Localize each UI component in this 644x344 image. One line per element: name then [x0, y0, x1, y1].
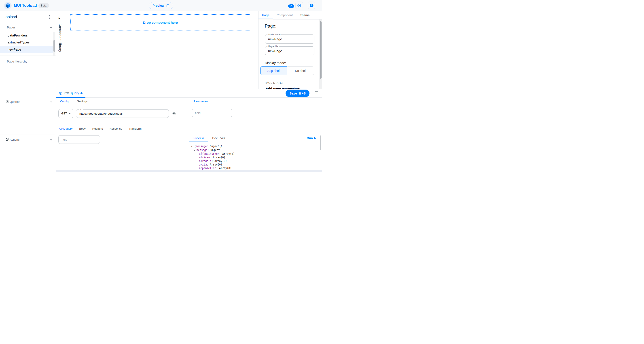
json-tree-row[interactable]: akita: Array(0) [189, 163, 319, 166]
toolpad-logo [4, 2, 12, 10]
add-action-button[interactable] [49, 137, 53, 142]
save-button-label: Save [289, 92, 297, 95]
add-link-icon[interactable] [172, 111, 176, 116]
json-response-tree: ▼{message: Object…} ▼message: Object aff… [189, 142, 319, 172]
page-title-label: Page title [268, 45, 279, 48]
results-tab[interactable]: Preview [189, 134, 208, 142]
pages-list: dataProviders extractedTypes newPage [0, 32, 53, 53]
sidebar-scrollbar[interactable] [53, 32, 56, 56]
node-name-field[interactable]: Node name newPage [265, 35, 314, 44]
parameters-field-input[interactable]: field [192, 109, 232, 117]
inspector-scrollbar[interactable] [319, 20, 322, 89]
json-tree-row[interactable]: ▼message: Object [189, 148, 319, 152]
node-name-value[interactable]: newPage [265, 35, 314, 44]
inspector-heading: Page: [265, 24, 276, 29]
preview-button-label: Preview [152, 4, 164, 8]
add-page-parameters-button[interactable]: Add page parameters [266, 87, 300, 89]
query-editor-panel: HTTP query Save ⌘+S ✕ Config Settings [56, 89, 322, 172]
project-row: toolpad [0, 11, 56, 23]
request-tab[interactable]: URL query [56, 125, 76, 132]
display-mode-label: Display mode: [265, 61, 286, 65]
expand-arrow-icon[interactable]: ▼ [191, 145, 194, 148]
sidebar-divider [0, 97, 56, 97]
theme-toggle-button[interactable] [296, 2, 303, 9]
no-shell-toggle[interactable]: No shell [287, 66, 314, 75]
run-button-label: Run [307, 136, 313, 140]
request-tab[interactable]: Transform [126, 125, 145, 132]
add-page-button[interactable] [49, 25, 53, 30]
json-tree-row[interactable]: airedale: Array(0) [189, 159, 319, 163]
inspector-divider [264, 80, 310, 80]
page-canvas: Drop component here [65, 11, 258, 89]
results-scrollbar-thumb[interactable] [320, 135, 321, 150]
query-results-section: Preview Dev Tools Run ▼{message: Object…… [189, 134, 322, 172]
component-library-label: Component library [58, 24, 62, 52]
query-config-column: Config Settings GET url https://dog.ceo/… [56, 98, 189, 172]
url-field-value[interactable]: https://dog.ceo/api/breeds/list/all [76, 109, 168, 118]
expand-arrow-icon[interactable]: ▼ [194, 148, 196, 152]
svg-text:?: ? [311, 4, 312, 7]
add-query-button[interactable] [49, 99, 53, 104]
inspector-panel: Page Component Theme Page: Node name new… [258, 11, 322, 89]
external-link-icon [166, 4, 170, 8]
node-name-label: Node name [268, 33, 281, 36]
app-shell-toggle[interactable]: App shell [260, 66, 287, 75]
url-field[interactable]: url https://dog.ceo/api/breeds/list/all [76, 109, 169, 118]
close-query-editor-icon[interactable]: ✕ [314, 91, 318, 95]
toolpad-logo-icon [6, 3, 10, 8]
results-tabs-row: Preview Dev Tools Run [189, 134, 322, 142]
dropzone-hint: Drop component here [143, 21, 178, 25]
app-header: MUI Toolpad Beta Preview [0, 0, 322, 11]
preview-button[interactable]: Preview [149, 2, 173, 9]
component-dropzone[interactable]: Drop component here [70, 14, 250, 31]
page-state-label: PAGE STATE: [265, 81, 283, 84]
config-tab[interactable]: Settings [73, 98, 92, 105]
dropdown-caret-icon [69, 113, 71, 114]
project-menu-kebab-icon[interactable] [47, 15, 52, 20]
help-button[interactable]: ? [308, 2, 315, 9]
queries-icon [6, 100, 9, 103]
save-button[interactable]: Save ⌘+S [286, 90, 310, 97]
inspector-tab[interactable]: Theme [296, 11, 313, 19]
horizontal-scrollbar-track[interactable] [56, 170, 322, 172]
help-icon: ? [310, 3, 314, 8]
url-query-field-input[interactable]: field [58, 135, 100, 144]
json-tree-row[interactable]: african: Array(0) [189, 156, 319, 159]
pages-section-header: Pages [0, 23, 56, 32]
actions-icon [6, 138, 9, 141]
json-tree-row[interactable]: appenzeller: Array(0) [189, 166, 319, 170]
explorer-sidebar: toolpad Pages dataProviders extractedTyp… [0, 11, 56, 172]
inspector-scrollbar-thumb[interactable] [320, 21, 322, 79]
inspector-tab[interactable]: Page [258, 11, 273, 19]
request-tab[interactable]: Headers [89, 125, 106, 132]
config-tab[interactable]: Config [56, 98, 73, 105]
request-tab[interactable]: Response [106, 125, 126, 132]
expand-panel-arrow-icon[interactable]: ▶ [58, 17, 60, 19]
results-tab[interactable]: Dev Tools [208, 134, 229, 142]
request-tab[interactable]: Body [76, 125, 89, 132]
parameters-tab[interactable]: Parameters [189, 98, 213, 105]
http-method-select[interactable]: GET [58, 109, 73, 118]
pages-section-label: Pages [7, 23, 16, 32]
config-settings-tabs: Config Settings [56, 98, 189, 105]
page-title-value[interactable]: newPage [265, 47, 314, 55]
json-root-row[interactable]: ▼{message: Object…} [189, 144, 319, 148]
url-field-label: url [79, 108, 83, 111]
query-tab[interactable]: HTTP query [56, 89, 86, 97]
component-library-panel-collapsed[interactable]: ▶ Component library [56, 11, 65, 89]
query-editor-header: HTTP query Save ⌘+S ✕ [56, 89, 322, 98]
json-tree-row[interactable]: affenpinscher: Array(0) [189, 152, 319, 156]
query-parameters-column: Parameters field Preview Dev Tools [189, 98, 322, 172]
http-method-value: GET [58, 112, 67, 115]
page-hierarchy-label: Page hierarchy [7, 57, 27, 66]
run-query-button[interactable]: Run [307, 134, 316, 142]
actions-section-label: Actions [10, 135, 20, 144]
page-list-item[interactable]: dataProviders [0, 32, 53, 39]
sidebar-divider [0, 135, 56, 135]
sidebar-scrollbar-thumb[interactable] [54, 40, 55, 52]
inspector-tab[interactable]: Component [273, 11, 296, 19]
page-list-item[interactable]: newPage [0, 46, 53, 53]
page-title-field[interactable]: Page title newPage [265, 46, 314, 55]
page-list-item[interactable]: extractedTypes [0, 39, 53, 46]
deploy-status-cloud-icon[interactable] [288, 3, 295, 8]
